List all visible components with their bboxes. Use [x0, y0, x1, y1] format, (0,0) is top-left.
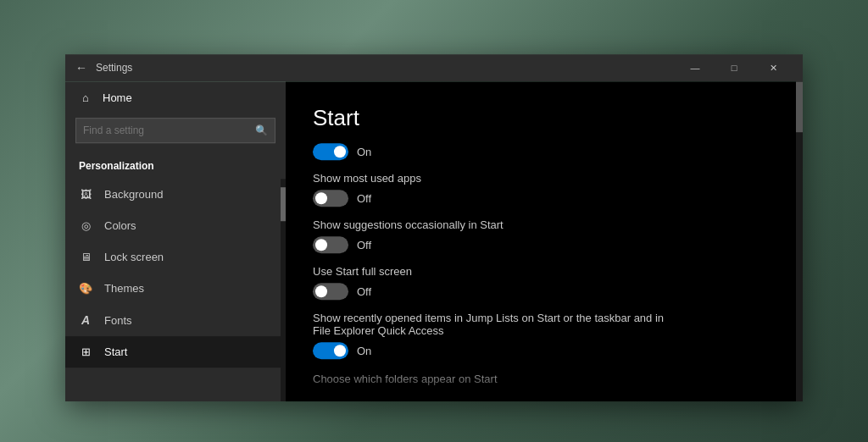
- back-button[interactable]: ←: [75, 61, 87, 75]
- colors-label: Colors: [104, 219, 136, 232]
- titlebar: ← Settings — □ ✕: [65, 54, 803, 81]
- start-label: Start: [104, 345, 127, 358]
- bottom-fade: [286, 376, 796, 401]
- sidebar-item-colors[interactable]: ◎ Colors: [65, 210, 286, 241]
- background-label: Background: [104, 188, 163, 201]
- settings-window: ← Settings — □ ✕ ⌂ Home 🔍 Personalizatio…: [65, 54, 803, 401]
- search-icon: 🔍: [255, 124, 268, 136]
- toggle-recently[interactable]: [313, 342, 348, 359]
- sidebar-item-home[interactable]: ⌂ Home: [65, 81, 286, 114]
- toggle-start[interactable]: [313, 143, 348, 160]
- maximize-button[interactable]: □: [715, 54, 754, 81]
- sidebar-item-themes[interactable]: 🎨 Themes: [65, 273, 286, 304]
- main-scrollbar[interactable]: [796, 81, 803, 401]
- toggle-row-fullscreen: Off: [313, 283, 769, 300]
- start-icon: ⊞: [79, 345, 92, 358]
- sidebar-scroll-container: 🖼 Background ◎ Colors 🖥 Lock screen 🎨 Th…: [65, 179, 286, 401]
- toggle-suggestions[interactable]: [313, 236, 348, 253]
- sidebar-item-fonts[interactable]: A Fonts: [65, 304, 286, 336]
- toggle-fullscreen[interactable]: [313, 283, 348, 300]
- sidebar: ⌂ Home 🔍 Personalization 🖼 Background: [65, 81, 286, 401]
- toggle-fullscreen-label: Off: [357, 285, 371, 298]
- home-label: Home: [103, 91, 132, 104]
- minimize-button[interactable]: —: [676, 54, 715, 81]
- toggle-thumb-fullscreen: [315, 285, 327, 297]
- main-scrollbar-thumb: [796, 81, 803, 132]
- background-icon: 🖼: [79, 188, 92, 201]
- sidebar-item-start[interactable]: ⊞ Start: [65, 336, 286, 367]
- toggle-row-start: On: [313, 143, 769, 160]
- toggle-most-used-label: Off: [357, 192, 371, 205]
- colors-icon: ◎: [79, 219, 92, 232]
- toggle-thumb-recently: [334, 345, 346, 356]
- fonts-icon: A: [79, 313, 92, 327]
- sidebar-items: 🖼 Background ◎ Colors 🖥 Lock screen 🎨 Th…: [65, 179, 286, 367]
- sidebar-item-background[interactable]: 🖼 Background: [65, 179, 286, 210]
- search-input[interactable]: [83, 124, 255, 136]
- lock-screen-icon: 🖥: [79, 251, 92, 263]
- toggle-start-label: On: [357, 146, 371, 158]
- show-recently-desc: Show recently opened items in Jump Lists…: [313, 312, 769, 337]
- main-panel: Start On Show most used apps Off: [286, 81, 803, 401]
- toggle-thumb-suggestions: [315, 239, 327, 251]
- home-icon: ⌂: [79, 91, 92, 104]
- toggle-recently-label: On: [357, 345, 371, 357]
- toggle-row-most-used: Off: [313, 190, 769, 207]
- main-content: Start On Show most used apps Off: [286, 81, 796, 401]
- show-suggestions-desc: Show suggestions occasionally in Start: [313, 218, 769, 231]
- toggle-thumb-most-used: [315, 192, 327, 204]
- toggle-thumb: [334, 146, 346, 157]
- close-button[interactable]: ✕: [754, 54, 793, 81]
- toggle-row-suggestions: Off: [313, 236, 769, 253]
- sidebar-item-lock-screen[interactable]: 🖥 Lock screen: [65, 241, 286, 273]
- lock-screen-label: Lock screen: [104, 251, 164, 263]
- page-title: Start: [313, 105, 769, 131]
- themes-label: Themes: [104, 282, 144, 295]
- show-most-used-desc: Show most used apps: [313, 172, 769, 185]
- toggle-row-recently: On: [313, 342, 769, 359]
- window-title: Settings: [96, 62, 676, 74]
- content-area: ⌂ Home 🔍 Personalization 🖼 Background: [65, 81, 803, 401]
- section-label: Personalization: [65, 153, 286, 179]
- fonts-label: Fonts: [104, 314, 132, 327]
- use-full-screen-desc: Use Start full screen: [313, 265, 769, 278]
- window-controls: — □ ✕: [676, 54, 793, 81]
- themes-icon: 🎨: [79, 282, 92, 295]
- toggle-most-used[interactable]: [313, 190, 348, 207]
- toggle-suggestions-label: Off: [357, 239, 371, 251]
- search-box: 🔍: [75, 118, 275, 143]
